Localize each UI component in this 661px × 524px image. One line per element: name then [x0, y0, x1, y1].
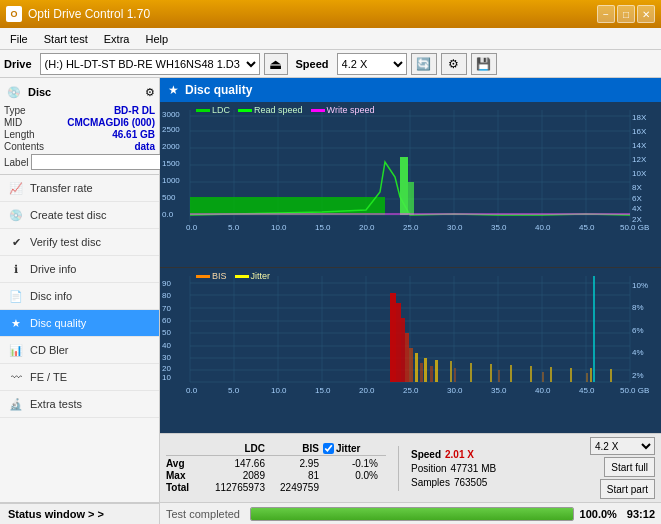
svg-text:6X: 6X: [632, 194, 642, 203]
right-controls: 4.2 X 2.0 X 8.0 X Start full Start part: [590, 437, 655, 499]
progress-bar-area: Test completed 100.0% 93:12: [160, 502, 661, 524]
progress-time: 93:12: [627, 508, 655, 520]
sidebar-item-create-test-disc[interactable]: 💿 Create test disc: [0, 202, 159, 229]
window-controls: − □ ✕: [597, 5, 655, 23]
menu-file[interactable]: File: [4, 31, 34, 47]
status-window-label: Status window > >: [8, 508, 104, 520]
jitter-legend: Jitter: [235, 271, 271, 281]
disc-header-left: 💿 Disc: [4, 82, 51, 102]
svg-text:4X: 4X: [632, 204, 642, 213]
fe-te-icon: 〰: [8, 369, 24, 385]
transfer-rate-label: Transfer rate: [30, 182, 93, 194]
svg-rect-103: [570, 368, 572, 382]
nav-items: 📈 Transfer rate 💿 Create test disc ✔ Ver…: [0, 175, 159, 502]
jitter-checkbox[interactable]: [323, 443, 334, 454]
speed-combo-select[interactable]: 4.2 X 2.0 X 8.0 X: [590, 437, 655, 455]
svg-text:0.0: 0.0: [186, 386, 198, 395]
minimize-button[interactable]: −: [597, 5, 615, 23]
read-speed-legend: Read speed: [238, 105, 303, 115]
drive-select[interactable]: (H:) HL-DT-ST BD-RE WH16NS48 1.D3: [40, 53, 260, 75]
svg-rect-86: [405, 333, 409, 382]
svg-rect-102: [550, 367, 552, 382]
close-button[interactable]: ✕: [637, 5, 655, 23]
options-button[interactable]: ⚙: [441, 53, 467, 75]
start-part-button[interactable]: Start part: [600, 479, 655, 499]
samples-label: Samples: [411, 477, 450, 488]
verify-test-disc-icon: ✔: [8, 234, 24, 250]
menu-help[interactable]: Help: [139, 31, 174, 47]
svg-rect-95: [424, 358, 427, 382]
svg-text:12X: 12X: [632, 155, 647, 164]
svg-text:35.0: 35.0: [491, 386, 507, 395]
samples-value: 763505: [454, 477, 487, 488]
svg-text:0.0: 0.0: [162, 210, 174, 219]
drive-info-label: Drive info: [30, 263, 76, 275]
svg-rect-96: [435, 360, 438, 382]
label-input[interactable]: [31, 154, 164, 170]
sidebar-item-verify-test-disc[interactable]: ✔ Verify test disc: [0, 229, 159, 256]
maximize-button[interactable]: □: [617, 5, 635, 23]
create-test-disc-label: Create test disc: [30, 209, 106, 221]
svg-text:10.0: 10.0: [271, 386, 287, 395]
transfer-rate-icon: 📈: [8, 180, 24, 196]
start-full-button[interactable]: Start full: [604, 457, 655, 477]
sidebar-item-extra-tests[interactable]: 🔬 Extra tests: [0, 391, 159, 418]
sidebar-item-drive-info[interactable]: ℹ Drive info: [0, 256, 159, 283]
disc-panel: 💿 Disc ⚙ Type BD-R DL MID CMCMAGDI6 (000…: [0, 78, 159, 175]
position-label: Position: [411, 463, 447, 474]
menu-start-test[interactable]: Start test: [38, 31, 94, 47]
speed-select[interactable]: 4.2 X: [337, 53, 407, 75]
svg-text:1000: 1000: [162, 176, 180, 185]
jitter-legend-label: Jitter: [251, 271, 271, 281]
svg-text:60: 60: [162, 316, 171, 325]
verify-test-disc-label: Verify test disc: [30, 236, 101, 248]
menu-extra[interactable]: Extra: [98, 31, 136, 47]
svg-text:50: 50: [162, 328, 171, 337]
svg-rect-105: [610, 369, 612, 382]
title-bar-left: O Opti Drive Control 1.70: [6, 6, 150, 22]
cd-bler-icon: 📊: [8, 342, 24, 358]
avg-ldc: 147.66: [200, 458, 265, 469]
sidebar: 💿 Disc ⚙ Type BD-R DL MID CMCMAGDI6 (000…: [0, 78, 160, 524]
sidebar-item-disc-info[interactable]: 📄 Disc info: [0, 283, 159, 310]
drive-bar: Drive (H:) HL-DT-ST BD-RE WH16NS48 1.D3 …: [0, 50, 661, 78]
title-bar: O Opti Drive Control 1.70 − □ ✕: [0, 0, 661, 28]
stats-max-row: Max 2089 81 0.0%: [166, 470, 386, 481]
svg-text:50.0 GB: 50.0 GB: [620, 386, 649, 395]
disc-settings-icon[interactable]: ⚙: [145, 86, 155, 99]
sidebar-item-fe-te[interactable]: 〰 FE / TE: [0, 364, 159, 391]
svg-text:16X: 16X: [632, 127, 647, 136]
ldc-col-header: LDC: [200, 443, 265, 454]
bottom-chart-legend: BIS Jitter: [196, 271, 270, 281]
main-layout: 💿 Disc ⚙ Type BD-R DL MID CMCMAGDI6 (000…: [0, 78, 661, 524]
disc-info-label: Disc info: [30, 290, 72, 302]
app-icon: O: [6, 6, 22, 22]
sidebar-item-transfer-rate[interactable]: 📈 Transfer rate: [0, 175, 159, 202]
sidebar-item-disc-quality[interactable]: ★ Disc quality: [0, 310, 159, 337]
svg-text:45.0: 45.0: [579, 223, 595, 232]
eject-button[interactable]: ⏏: [264, 53, 288, 75]
svg-text:2000: 2000: [162, 142, 180, 151]
status-text: Test completed: [166, 508, 240, 520]
max-label: Max: [166, 470, 196, 481]
status-window-header[interactable]: Status window > >: [0, 503, 159, 524]
write-speed-legend-label: Write speed: [327, 105, 375, 115]
disc-contents-row: Contents data: [4, 141, 155, 152]
svg-text:25.0: 25.0: [403, 223, 419, 232]
refresh-button[interactable]: 🔄: [411, 53, 437, 75]
disc-quality-label: Disc quality: [30, 317, 86, 329]
disc-icon: 💿: [4, 82, 24, 102]
avg-label: Avg: [166, 458, 196, 469]
position-value: 47731 MB: [451, 463, 497, 474]
max-ldc: 2089: [200, 470, 265, 481]
bis-legend-color: [196, 275, 210, 278]
save-button[interactable]: 💾: [471, 53, 497, 75]
position-row: Position 47731 MB: [411, 463, 496, 474]
svg-rect-93: [586, 373, 588, 382]
disc-mid-row: MID CMCMAGDI6 (000): [4, 117, 155, 128]
avg-jitter: -0.1%: [323, 458, 378, 469]
jitter-label: Jitter: [336, 443, 360, 454]
sidebar-item-cd-bler[interactable]: 📊 CD Bler: [0, 337, 159, 364]
contents-value: data: [134, 141, 155, 152]
svg-rect-101: [530, 366, 532, 382]
